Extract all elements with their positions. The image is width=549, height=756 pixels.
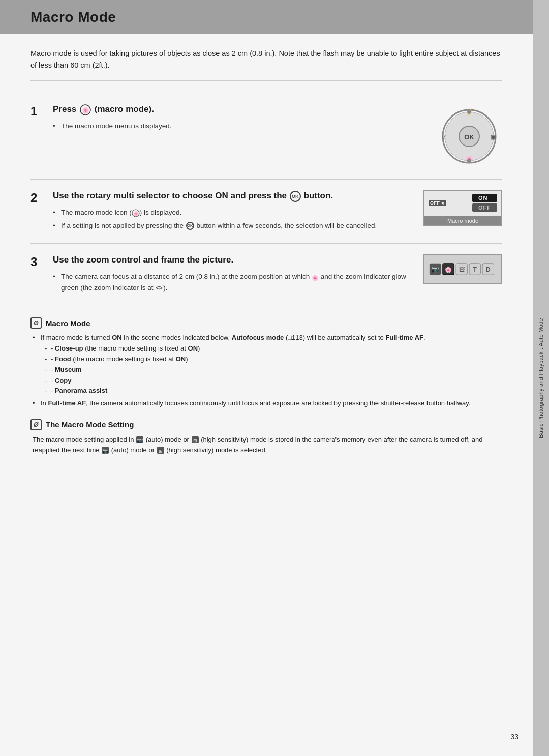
note-macro-setting-text: The macro mode setting applied in 📷 (aut… (33, 434, 502, 456)
svg-text:🌸: 🌸 (445, 266, 452, 273)
note-macro-sub-list: - Close-up (the macro mode setting is fi… (45, 343, 502, 396)
step-2-bullet-2: If a setting is not applied by pressing … (53, 220, 413, 231)
svg-point-11 (467, 159, 471, 163)
step-1-title: Press 🌸 (macro mode). (53, 103, 426, 115)
step-2-body: Use the rotary multi selector to choose … (53, 190, 413, 233)
macro-screen-label: Macro mode (424, 216, 501, 225)
step-3-title: Use the zoom control and frame the pictu… (53, 254, 413, 266)
svg-text:▣: ▣ (491, 134, 496, 140)
macro-screen-inner: OFF◄ ON OFF (424, 191, 501, 216)
note-icon-1: Ø (30, 317, 42, 329)
step-2-row: 2 Use the rotary multi selector to choos… (30, 180, 502, 244)
step-2-bullets: The macro mode icon (🌸) is displayed. If… (53, 207, 413, 231)
svg-text:🌸: 🌸 (82, 106, 89, 114)
macro-off-icon: OFF◄ (429, 200, 446, 206)
camera-dial-image: OK ⚡ 🌸 ☉ ▣ (436, 98, 502, 169)
sidebar-tab-text: Basic Photography and Playback : Auto Mo… (538, 318, 544, 438)
note-sub-museum: - Museum (45, 365, 502, 375)
note-macro-setting-header: Ø The Macro Mode Setting (30, 419, 502, 430)
step-1-title-text: (macro mode). (95, 104, 154, 114)
macro-on-btn: ON (472, 194, 497, 202)
page-number: 33 (510, 733, 518, 741)
zoom-icons-svg: 📷 🌸 🖼 T D (429, 259, 497, 279)
svg-text:📷: 📷 (137, 437, 143, 444)
macro-screen-image: OFF◄ ON OFF Macro mode (423, 190, 502, 226)
macro-menu-row: OFF◄ ON OFF (429, 194, 497, 212)
note-macro-setting: Ø The Macro Mode Setting The macro mode … (30, 419, 502, 456)
note-sub-panorama: - Panorama assist (45, 386, 502, 396)
svg-text:D: D (486, 266, 491, 273)
svg-text:OK: OK (464, 133, 474, 141)
macro-off-btn: OFF (472, 203, 497, 212)
page-title: Macro Mode (30, 9, 502, 25)
step-3-number: 3 (30, 254, 53, 269)
step-1-body: Press 🌸 (macro mode). The macro mode men… (53, 103, 426, 133)
svg-text:T: T (473, 266, 477, 273)
step-2-number: 2 (30, 190, 53, 205)
svg-text:🌸: 🌸 (312, 274, 319, 281)
svg-text:🖼: 🖼 (459, 267, 465, 273)
zoom-control-image: 📷 🌸 🖼 T D (423, 254, 502, 284)
svg-text:🌸: 🌸 (133, 211, 139, 217)
macro-screen: OFF◄ ON OFF Macro mode (423, 190, 502, 226)
macro-options: ON OFF (472, 194, 497, 212)
sidebar-tab: Basic Photography and Playback : Auto Mo… (533, 0, 549, 756)
note-sub-copy: - Copy (45, 375, 502, 386)
ok-button-icon: OK (290, 191, 301, 202)
step-2-title: Use the rotary multi selector to choose … (53, 190, 413, 202)
note-sub-food: - Food (the macro mode setting is fixed … (45, 354, 502, 365)
zoom-control: 📷 🌸 🖼 T D (423, 254, 502, 284)
step-2-bullet-1: The macro mode icon (🌸) is displayed. (53, 207, 413, 218)
svg-text:⊞: ⊞ (159, 449, 163, 454)
note-macro-mode-header: Ø Macro Mode (30, 317, 502, 329)
step-1-number: 1 (30, 103, 53, 119)
page: Macro Mode Macro mode is used for taking… (0, 0, 549, 756)
svg-text:📷: 📷 (102, 448, 109, 454)
svg-point-10 (467, 110, 471, 114)
notes-section: Ø Macro Mode If macro mode is turned ON … (30, 317, 502, 455)
note-sub-closeup: - Close-up (the macro mode setting is fi… (45, 343, 502, 354)
svg-text:☉: ☉ (442, 134, 447, 140)
step-1-bullet-1: The macro mode menu is displayed. (53, 121, 426, 132)
note-macro-bullet-2: In Full-time AF, the camera automaticall… (33, 398, 502, 409)
note-icon-2: Ø (30, 419, 42, 430)
svg-text:⊞: ⊞ (193, 438, 197, 443)
intro-text: Macro mode is used for taking pictures o… (30, 48, 502, 81)
note-macro-bullets: If macro mode is turned ON in the scene … (33, 333, 502, 409)
note-title-1: Macro Mode (46, 319, 90, 328)
step-1-row: 1 Press 🌸 (macro mode). The macro mode m… (30, 93, 502, 180)
step-3-body: Use the zoom control and frame the pictu… (53, 254, 413, 295)
ok-button-icon-2: OK (186, 222, 194, 230)
svg-text:📷: 📷 (431, 265, 440, 274)
step-3-row: 3 Use the zoom control and frame the pic… (30, 244, 502, 305)
page-header: Macro Mode (0, 0, 533, 34)
note-title-2: The Macro Mode Setting (46, 420, 134, 429)
camera-dial-svg: OK ⚡ 🌸 ☉ ▣ (436, 98, 502, 167)
step-3-bullet-1: The camera can focus at a distance of 2 … (53, 271, 413, 293)
main-content: Macro Mode Macro mode is used for taking… (0, 0, 533, 756)
step-1-bullets: The macro mode menu is displayed. (53, 121, 426, 132)
note-macro-mode: Ø Macro Mode If macro mode is turned ON … (30, 317, 502, 409)
note-macro-bullet-1: If macro mode is turned ON in the scene … (33, 333, 502, 396)
step-3-bullets: The camera can focus at a distance of 2 … (53, 271, 413, 293)
